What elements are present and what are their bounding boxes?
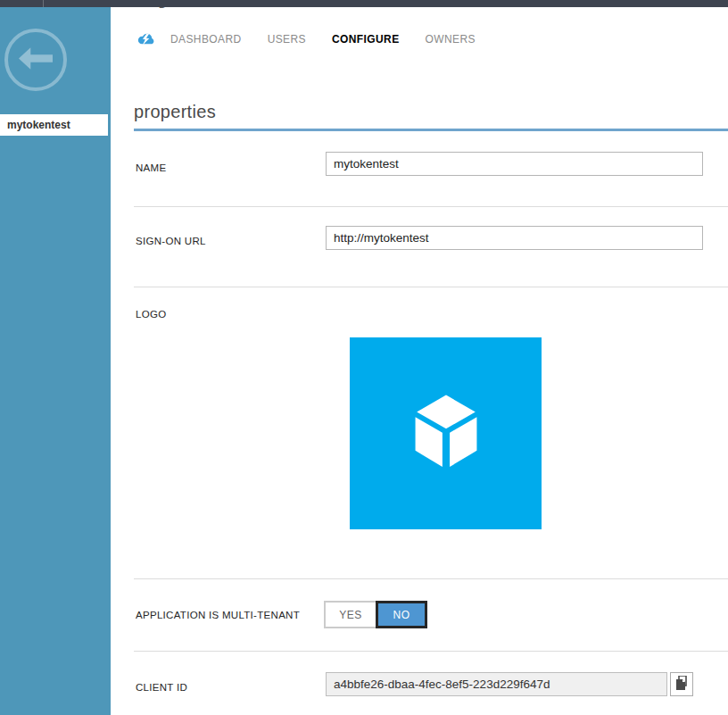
row-divider [134, 206, 728, 207]
tab-configure[interactable]: CONFIGURE [332, 33, 400, 46]
row-divider [134, 651, 728, 652]
back-arrow-icon [19, 47, 53, 73]
row-divider [134, 287, 728, 287]
client-id-field[interactable] [326, 672, 667, 696]
section-accent-underline [134, 129, 728, 131]
top-chrome-bar [0, 0, 728, 7]
back-button[interactable] [4, 29, 67, 91]
name-input[interactable] [326, 152, 703, 176]
tab-owners[interactable]: OWNERS [426, 33, 476, 46]
copy-client-id-button[interactable] [670, 672, 693, 696]
section-heading-properties: properties [134, 102, 216, 122]
sign-on-url-label: SIGN-ON URL [136, 236, 206, 246]
sign-on-url-input[interactable] [326, 226, 703, 250]
multi-tenant-no-button[interactable]: NO [376, 601, 427, 628]
client-id-label: CLIENT ID [136, 682, 187, 693]
sidebar-item-mytokentest[interactable]: mytokentest [0, 114, 108, 136]
top-chrome-separator [43, 0, 44, 7]
copy-icon [675, 676, 688, 693]
tab-dashboard[interactable]: DASHBOARD [170, 33, 242, 46]
tab-bar: DASHBOARD USERS CONFIGURE OWNERS [137, 32, 501, 46]
cube-icon [410, 337, 483, 529]
application-cloud-icon [137, 33, 155, 46]
name-label: NAME [136, 162, 166, 173]
row-divider [134, 578, 728, 579]
logo-label: LOGO [136, 309, 166, 320]
sidebar: mytokentest [0, 7, 111, 715]
tab-users[interactable]: USERS [268, 33, 306, 46]
multi-tenant-toggle: YES NO [324, 601, 427, 628]
multi-tenant-label: APPLICATION IS MULTI-TENANT [136, 610, 300, 620]
app-logo[interactable] [350, 337, 542, 529]
multi-tenant-yes-button[interactable]: YES [324, 601, 376, 628]
